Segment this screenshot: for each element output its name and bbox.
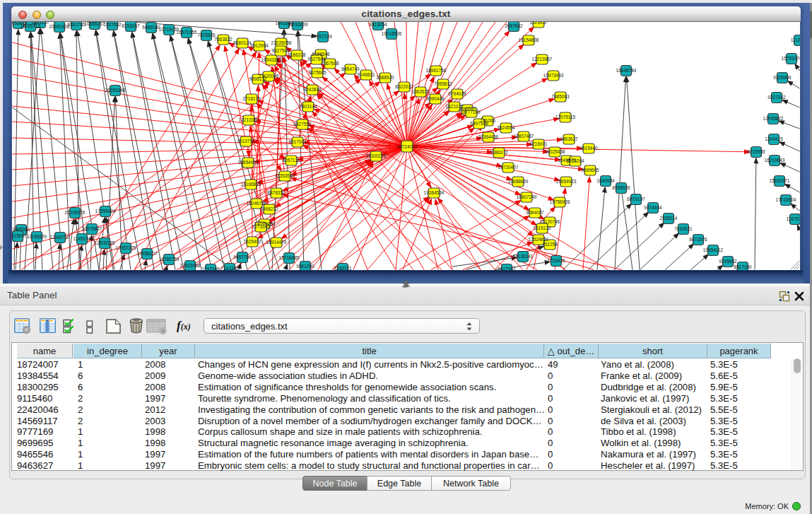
svg-text:8912954: 8912954 — [250, 43, 269, 48]
svg-text:10807487: 10807487 — [514, 134, 534, 139]
svg-text:5498222: 5498222 — [260, 206, 278, 211]
svg-text:6794028: 6794028 — [448, 91, 466, 96]
svg-text:8813054: 8813054 — [369, 22, 387, 27]
svg-text:10655267: 10655267 — [85, 22, 105, 26]
svg-text:8215955: 8215955 — [747, 149, 765, 154]
svg-text:8878352: 8878352 — [267, 190, 286, 195]
svg-text:10025438: 10025438 — [545, 149, 565, 154]
svg-text:15751074: 15751074 — [782, 56, 800, 61]
svg-text:16671355: 16671355 — [177, 30, 197, 35]
svg-text:16914479: 16914479 — [266, 240, 287, 245]
svg-text:8660124: 8660124 — [233, 40, 252, 45]
svg-text:2803144: 2803144 — [299, 104, 317, 109]
svg-text:8958926: 8958926 — [612, 185, 630, 190]
svg-text:9896132: 9896132 — [249, 76, 267, 81]
svg-text:8427552: 8427552 — [293, 122, 312, 127]
svg-text:18724007: 18724007 — [396, 144, 418, 149]
svg-text:9219264: 9219264 — [566, 158, 584, 163]
svg-text:11156829: 11156829 — [27, 234, 47, 239]
svg-text:7663822: 7663822 — [214, 37, 233, 42]
svg-text:16033809: 16033809 — [288, 22, 308, 27]
svg-text:2718176: 2718176 — [242, 96, 261, 101]
svg-text:9245652: 9245652 — [719, 259, 737, 264]
svg-text:11353594: 11353594 — [275, 173, 295, 178]
svg-text:16046755: 16046755 — [247, 201, 267, 206]
svg-text:12942737: 12942737 — [50, 235, 71, 240]
svg-text:9615440: 9615440 — [579, 146, 598, 151]
svg-text:9457791: 9457791 — [233, 255, 252, 259]
svg-text:12923468: 12923468 — [180, 263, 201, 268]
svg-text:19756928: 19756928 — [550, 199, 570, 204]
svg-text:12213967: 12213967 — [532, 57, 553, 62]
svg-text:9329966: 9329966 — [773, 75, 792, 80]
svg-text:9517004: 9517004 — [288, 139, 307, 144]
svg-text:7357224: 7357224 — [314, 34, 332, 39]
svg-text:1883107: 1883107 — [31, 22, 49, 25]
svg-text:9361765: 9361765 — [67, 22, 86, 27]
svg-text:1362615: 1362615 — [411, 89, 430, 94]
svg-text:19218506: 19218506 — [382, 31, 402, 36]
svg-text:7141342: 7141342 — [220, 266, 239, 270]
svg-text:9242848: 9242848 — [303, 87, 322, 92]
svg-text:17359924: 17359924 — [95, 209, 116, 214]
svg-text:3239721: 3239721 — [334, 266, 352, 270]
svg-text:2687682: 2687682 — [505, 23, 523, 28]
svg-text:13524851: 13524851 — [529, 237, 549, 242]
svg-text:26053346: 26053346 — [105, 88, 126, 93]
svg-text:1244415: 1244415 — [765, 136, 783, 141]
svg-text:15716485: 15716485 — [279, 255, 300, 260]
svg-text:10688609: 10688609 — [508, 179, 529, 184]
svg-text:6497568: 6497568 — [470, 121, 488, 126]
svg-text:17016504: 17016504 — [776, 197, 796, 202]
svg-text:9327506: 9327506 — [271, 48, 290, 53]
svg-text:9146821: 9146821 — [357, 72, 375, 77]
svg-text:7625402: 7625402 — [243, 239, 261, 244]
svg-text:10958107: 10958107 — [137, 251, 158, 256]
svg-text:15692971: 15692971 — [770, 178, 790, 183]
svg-text:1167533: 1167533 — [787, 216, 800, 221]
svg-text:25300275: 25300275 — [366, 153, 387, 158]
svg-text:1588520: 1588520 — [376, 75, 394, 80]
svg-text:8186328: 8186328 — [288, 52, 306, 57]
svg-text:12505135: 12505135 — [95, 240, 115, 245]
svg-text:2367608: 2367608 — [321, 61, 339, 66]
svg-text:7485063: 7485063 — [551, 94, 570, 99]
svg-text:14136141: 14136141 — [513, 254, 534, 259]
svg-text:7632621: 7632621 — [674, 226, 693, 231]
svg-text:2935114: 2935114 — [660, 216, 678, 221]
svg-text:3624554: 3624554 — [497, 125, 515, 130]
svg-text:6466160: 6466160 — [142, 25, 160, 30]
svg-text:16782759: 16782759 — [159, 257, 180, 262]
svg-text:10961758: 10961758 — [426, 68, 447, 73]
svg-text:1640954: 1640954 — [596, 178, 615, 183]
svg-text:1273345: 1273345 — [252, 224, 270, 229]
svg-text:1145194: 1145194 — [73, 236, 91, 241]
svg-text:19654923: 19654923 — [556, 179, 577, 184]
svg-text:18807249: 18807249 — [517, 194, 537, 199]
svg-text:20206576: 20206576 — [65, 210, 86, 215]
svg-text:9084067: 9084067 — [526, 210, 544, 215]
svg-text:23226058: 23226058 — [271, 40, 292, 45]
svg-text:9474444: 9474444 — [644, 205, 662, 210]
svg-text:8267130: 8267130 — [282, 158, 300, 163]
svg-text:9227342: 9227342 — [767, 95, 786, 100]
svg-text:10973493: 10973493 — [543, 73, 564, 78]
svg-text:9861200: 9861200 — [296, 264, 314, 269]
svg-text:9463627: 9463627 — [560, 136, 578, 141]
svg-text:1527602: 1527602 — [103, 22, 122, 27]
svg-text:8322037: 8322037 — [395, 84, 413, 89]
svg-text:8454749: 8454749 — [341, 66, 360, 71]
svg-text:10654112: 10654112 — [703, 247, 724, 252]
svg-text:3675685: 3675685 — [308, 70, 326, 75]
svg-text:12213369: 12213369 — [239, 117, 259, 122]
svg-text:12975115: 12975115 — [555, 115, 576, 119]
svg-text:8153267: 8153267 — [122, 23, 140, 28]
svg-text:1112209: 1112209 — [791, 37, 800, 42]
svg-text:8186546: 8186546 — [312, 52, 330, 57]
svg-text:8617302: 8617302 — [498, 267, 516, 270]
svg-text:252254: 252254 — [542, 242, 558, 247]
svg-text:3985061: 3985061 — [12, 227, 30, 232]
svg-text:8471676: 8471676 — [689, 237, 707, 242]
svg-text:7955812: 7955812 — [434, 81, 452, 86]
svg-text:9699695: 9699695 — [581, 168, 599, 173]
